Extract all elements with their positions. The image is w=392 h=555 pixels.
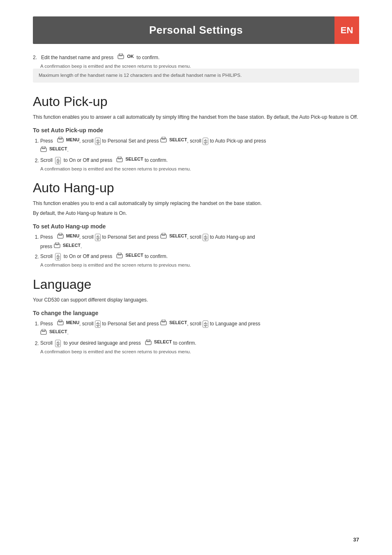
svg-rect-25 bbox=[59, 320, 62, 322]
language-step2-note: A confirmation beep is emitted and the s… bbox=[40, 348, 359, 356]
intro-step2-text: Edit the handset name and press bbox=[41, 55, 113, 60]
svg-rect-14 bbox=[59, 233, 62, 235]
intro-step2-suffix: to confirm. bbox=[136, 55, 159, 60]
auto-hangup-subsection: To set Auto Hang-up mode bbox=[33, 223, 359, 230]
auto-pickup-title: Auto Pick-up bbox=[33, 94, 359, 109]
hangup-press-newline: press bbox=[40, 244, 54, 249]
header-bar: Personal Settings EN bbox=[33, 16, 359, 44]
step1-scroll-text: scroll bbox=[82, 138, 95, 144]
svg-rect-23 bbox=[118, 253, 121, 255]
hangup-select-label-1: SELECT bbox=[169, 232, 187, 240]
scroll-icon-3 bbox=[55, 157, 61, 164]
step1-mid2: to Personal Set and press bbox=[102, 138, 160, 144]
lang-select-label-1: SELECT bbox=[169, 319, 187, 327]
lang-select-btn-3: SELECT bbox=[145, 338, 172, 346]
select-btn-icon-2: SELECT bbox=[40, 145, 67, 153]
lang-step1-press: Press bbox=[40, 321, 53, 327]
hangup-scroll-icon-2 bbox=[203, 234, 208, 241]
svg-rect-9 bbox=[42, 146, 45, 149]
hangup-scroll-icon-3 bbox=[55, 253, 61, 260]
lang-step2-mid: to your desired language and press bbox=[64, 341, 141, 346]
auto-hangup-steps: Press MENU , scroll to Personal Set and … bbox=[33, 232, 359, 269]
select-label-1: SELECT bbox=[169, 136, 187, 144]
menu-label: MENU bbox=[66, 136, 79, 144]
language-title: Language bbox=[33, 277, 359, 292]
language-step2: Scroll to your desired language and pres… bbox=[40, 338, 359, 356]
auto-pickup-step2: Scroll to On or Off and press SELECT to … bbox=[40, 155, 359, 173]
language-subsection: To change the language bbox=[33, 310, 359, 316]
hangup-select-btn-3: SELECT bbox=[116, 251, 143, 259]
auto-hangup-title: Auto Hang-up bbox=[33, 180, 359, 196]
hangup-select-label-3: SELECT bbox=[125, 251, 143, 259]
lang-scroll-icon-2 bbox=[203, 320, 208, 328]
language-step1: Press MENU , scroll to Personal Set and … bbox=[40, 319, 359, 337]
auto-pickup-subsection: To set Auto Pick-up mode bbox=[33, 127, 359, 134]
page-number: 37 bbox=[353, 537, 359, 543]
hangup-menu-label: MENU bbox=[66, 232, 79, 240]
ok-button-icon: OK bbox=[118, 53, 134, 60]
hangup-step2-mid: to On or Off and press bbox=[64, 254, 113, 260]
auto-pickup-desc: This function enables you to answer a ca… bbox=[33, 113, 359, 121]
auto-pickup-step1: Press MENU , scroll to Personal Set and … bbox=[40, 136, 359, 154]
page-title: Personal Settings bbox=[149, 24, 243, 37]
hangup-select-btn-2: SELECT bbox=[54, 242, 81, 249]
hangup-step2-scroll: Scroll bbox=[40, 254, 53, 260]
auto-hangup-desc1: This function enables you to end a call … bbox=[33, 200, 359, 207]
lang-select-label-2: SELECT bbox=[49, 328, 67, 336]
step2-scroll-text: Scroll bbox=[40, 158, 53, 164]
lang-select-btn-2: SELECT bbox=[40, 328, 67, 336]
note-box: Maximum length of the handset name is 12… bbox=[33, 69, 359, 82]
scroll-icon-1 bbox=[95, 138, 101, 145]
auto-hangup-step2: Scroll to On or Off and press SELECT to … bbox=[40, 251, 359, 269]
select-btn-icon-1: SELECT bbox=[160, 136, 187, 144]
step2-mid: to On or Off and press bbox=[64, 158, 113, 164]
svg-rect-17 bbox=[162, 233, 165, 235]
svg-rect-20 bbox=[55, 242, 59, 245]
lang-step2-scroll: Scroll bbox=[40, 341, 53, 346]
lang-select-btn-1: SELECT bbox=[160, 319, 187, 327]
lang-badge: EN bbox=[334, 16, 359, 44]
hangup-menu-btn: MENU bbox=[57, 232, 79, 240]
menu-btn-icon: MENU bbox=[57, 136, 79, 144]
hangup-scroll-icon-1 bbox=[95, 234, 101, 241]
lang-scroll-icon-1 bbox=[95, 320, 101, 328]
auto-pickup-steps: Press MENU , scroll to Personal Set and … bbox=[33, 136, 359, 173]
auto-hangup-desc2: By default, the Auto Hang-up feature is … bbox=[33, 210, 359, 217]
scroll-icon-2 bbox=[203, 138, 208, 145]
select-btn-icon-3: SELECT bbox=[116, 155, 143, 163]
language-steps: Press MENU , scroll to Personal Set and … bbox=[33, 319, 359, 356]
ok-label: OK bbox=[127, 53, 134, 60]
svg-rect-28 bbox=[162, 320, 165, 322]
lang-menu-btn: MENU bbox=[57, 319, 79, 327]
intro-step2-num: 2. bbox=[33, 55, 37, 60]
language-desc: Your CD530 can support different display… bbox=[33, 296, 359, 304]
svg-rect-34 bbox=[147, 339, 150, 342]
intro-step2-note: A confirmation beep is emitted and the s… bbox=[33, 64, 359, 69]
svg-rect-3 bbox=[59, 137, 62, 139]
step1-mid4: to Auto Pick-up and press bbox=[210, 138, 266, 144]
select-label-2: SELECT bbox=[49, 145, 67, 153]
hangup-select-label-2: SELECT bbox=[63, 242, 81, 249]
lang-scroll-icon-3 bbox=[55, 340, 61, 347]
svg-rect-12 bbox=[118, 157, 121, 159]
intro-step2: 2. Edit the handset name and press OK to… bbox=[33, 53, 359, 61]
lang-menu-label: MENU bbox=[66, 319, 79, 327]
svg-rect-6 bbox=[162, 137, 165, 139]
step1-press: Press bbox=[40, 138, 53, 144]
hangup-step1-press: Press bbox=[40, 234, 53, 240]
svg-rect-1 bbox=[119, 53, 122, 56]
auto-pickup-step2-note: A confirmation beep is emitted and the s… bbox=[40, 165, 359, 173]
svg-rect-31 bbox=[42, 329, 45, 332]
hangup-select-btn-1: SELECT bbox=[160, 232, 187, 240]
auto-hangup-step2-note: A confirmation beep is emitted and the s… bbox=[40, 261, 359, 269]
auto-hangup-step1: Press MENU , scroll to Personal Set and … bbox=[40, 232, 359, 251]
step1-scroll2: scroll bbox=[190, 138, 203, 144]
page: Personal Settings EN 2. Edit the handset… bbox=[0, 0, 392, 555]
select-label-3: SELECT bbox=[125, 155, 143, 163]
lang-select-label-3: SELECT bbox=[154, 338, 172, 346]
